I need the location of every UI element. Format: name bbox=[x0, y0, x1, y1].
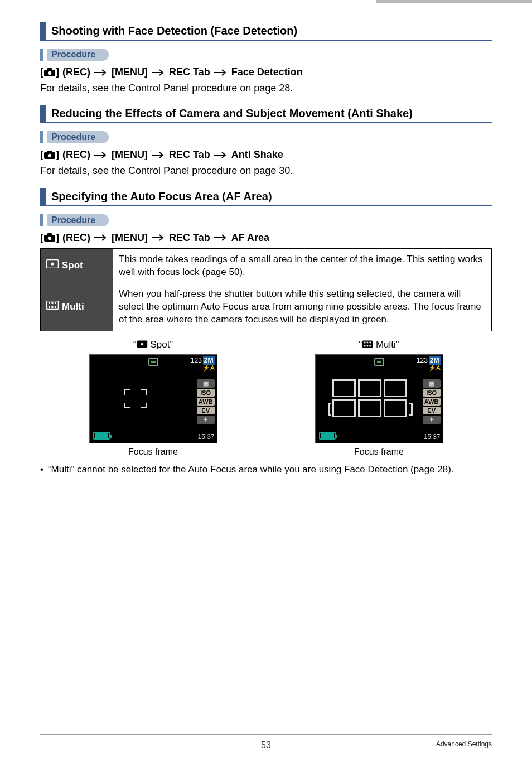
camera-icon: [] bbox=[40, 149, 59, 161]
misc-icon: ✦ bbox=[423, 416, 441, 424]
preview-caption: Focus frame bbox=[315, 447, 443, 457]
focus-frame-multi bbox=[332, 379, 407, 417]
arrow-icon bbox=[151, 69, 166, 76]
spot-icon bbox=[46, 259, 59, 272]
arrow-icon bbox=[214, 152, 228, 158]
path-seg-menu: [MENU] bbox=[112, 66, 148, 78]
procedure-pill: Procedure bbox=[40, 49, 109, 61]
preview-row: “ Spot” 1232M ⚡A ▦ ISO AWB EV ✦ 15:37 bbox=[40, 339, 492, 457]
arrow-icon bbox=[214, 69, 228, 76]
preview-screen-multi: 1232M ⚡A ▦ ISO AWB EV ✦ 15:37 bbox=[315, 354, 443, 443]
path-seg-tab: REC Tab bbox=[169, 66, 210, 78]
path-seg-rec: (REC) bbox=[62, 232, 90, 244]
section-title: Shooting with Face Detection (Face Detec… bbox=[51, 22, 297, 40]
svg-rect-20 bbox=[47, 301, 59, 310]
preview-title-spot: “ Spot” bbox=[89, 339, 217, 351]
svg-rect-21 bbox=[49, 302, 50, 304]
menu-path: [] (REC) [MENU] REC Tab AF Area bbox=[40, 232, 492, 244]
svg-rect-32 bbox=[370, 341, 371, 343]
quality-icon: ▦ bbox=[197, 379, 215, 388]
path-seg-menu: [MENU] bbox=[112, 149, 148, 161]
preview-screen-spot: 1232M ⚡A ▦ ISO AWB EV ✦ 15:37 bbox=[89, 354, 217, 443]
af-row-desc: This mode takes readings of a small area… bbox=[113, 248, 492, 283]
menu-path: [] (REC) [MENU] REC Tab Face Detection bbox=[40, 66, 492, 78]
camera-icon: [] bbox=[40, 232, 59, 244]
svg-point-8 bbox=[48, 154, 51, 157]
arrow-icon bbox=[214, 234, 228, 241]
section-heading: Reducing the Effects of Camera and Subje… bbox=[40, 105, 492, 123]
svg-rect-31 bbox=[367, 341, 369, 343]
hud-time: 15:37 bbox=[423, 433, 440, 441]
path-seg-item: Face Detection bbox=[231, 66, 303, 78]
menu-path: [] (REC) [MENU] REC Tab Anti Shake bbox=[40, 149, 492, 161]
path-seg-rec: (REC) bbox=[62, 66, 90, 78]
focus-bracket-right bbox=[409, 403, 413, 416]
svg-point-28 bbox=[141, 343, 143, 346]
battery-icon bbox=[319, 432, 336, 440]
section-heading: Shooting with Face Detection (Face Detec… bbox=[40, 22, 492, 41]
path-seg-menu: [MENU] bbox=[112, 232, 148, 244]
bullet-icon: • bbox=[40, 464, 43, 476]
battery-icon bbox=[93, 432, 110, 440]
path-seg-rec: (REC) bbox=[62, 149, 90, 161]
note-text: “Multi” cannot be selected for the Auto … bbox=[48, 464, 454, 476]
af-row-label: Spot bbox=[62, 260, 83, 271]
hud-side: ▦ ISO AWB EV ✦ bbox=[197, 379, 215, 424]
section-body: For details, see the Control Panel proce… bbox=[40, 81, 492, 95]
svg-rect-26 bbox=[55, 306, 56, 308]
svg-rect-30 bbox=[364, 341, 366, 343]
svg-rect-29 bbox=[362, 340, 373, 348]
svg-rect-13 bbox=[47, 233, 52, 235]
af-row-desc: When you half-press the shutter button w… bbox=[113, 283, 492, 331]
focus-frame-spot bbox=[124, 389, 147, 408]
note: • “Multi” cannot be selected for the Aut… bbox=[40, 464, 492, 476]
table-row: Spot This mode takes readings of a small… bbox=[41, 248, 492, 283]
path-seg-tab: REC Tab bbox=[169, 232, 210, 244]
misc-icon: ✦ bbox=[197, 416, 215, 424]
hud-side: ▦ ISO AWB EV ✦ bbox=[423, 379, 441, 424]
path-seg-tab: REC Tab bbox=[169, 149, 210, 161]
af-row-label: Multi bbox=[62, 301, 84, 312]
svg-rect-7 bbox=[47, 151, 52, 153]
svg-point-19 bbox=[51, 262, 54, 265]
table-row: Multi When you half-press the shutter bu… bbox=[41, 283, 492, 331]
procedure-label: Procedure bbox=[47, 49, 109, 61]
procedure-label: Procedure bbox=[47, 131, 109, 143]
hud-top: 1232M ⚡A bbox=[417, 357, 441, 371]
spot-icon bbox=[137, 340, 148, 350]
chapter-label: Advanced Settings bbox=[436, 740, 492, 748]
flash-auto-icon: ⚡A bbox=[191, 365, 215, 371]
arrow-icon bbox=[151, 234, 166, 241]
preview-caption: Focus frame bbox=[89, 447, 217, 457]
multi-icon bbox=[46, 301, 59, 314]
section-heading: Specifying the Auto Focus Area (AF Area) bbox=[40, 188, 492, 206]
preview-title-multi: “ Multi” bbox=[315, 339, 443, 351]
svg-rect-33 bbox=[364, 345, 366, 347]
rec-mode-icon bbox=[148, 358, 158, 366]
svg-point-2 bbox=[48, 71, 51, 74]
procedure-label: Procedure bbox=[47, 214, 109, 226]
arrow-icon bbox=[151, 152, 166, 158]
page-number: 53 bbox=[261, 740, 271, 750]
camera-icon: [] bbox=[40, 66, 59, 78]
procedure-pill: Procedure bbox=[40, 131, 109, 143]
af-area-table: Spot This mode takes readings of a small… bbox=[40, 248, 492, 332]
svg-rect-23 bbox=[55, 302, 56, 304]
procedure-pill: Procedure bbox=[40, 214, 109, 226]
svg-rect-25 bbox=[52, 306, 54, 308]
quality-icon: ▦ bbox=[423, 379, 441, 388]
flash-auto-icon: ⚡A bbox=[417, 365, 441, 371]
arrow-icon bbox=[94, 234, 108, 241]
hud-top: 1232M ⚡A bbox=[191, 357, 215, 371]
page-footer: 53 Advanced Settings bbox=[40, 734, 492, 740]
arrow-icon bbox=[94, 69, 108, 76]
rec-mode-icon bbox=[374, 358, 384, 366]
svg-rect-22 bbox=[52, 302, 54, 304]
arrow-icon bbox=[94, 152, 108, 158]
svg-rect-35 bbox=[370, 345, 371, 347]
multi-icon bbox=[362, 340, 373, 350]
section-body: For details, see the Control Panel proce… bbox=[40, 164, 492, 177]
focus-bracket-left bbox=[328, 403, 331, 416]
svg-rect-1 bbox=[47, 68, 52, 70]
svg-rect-34 bbox=[367, 345, 369, 347]
